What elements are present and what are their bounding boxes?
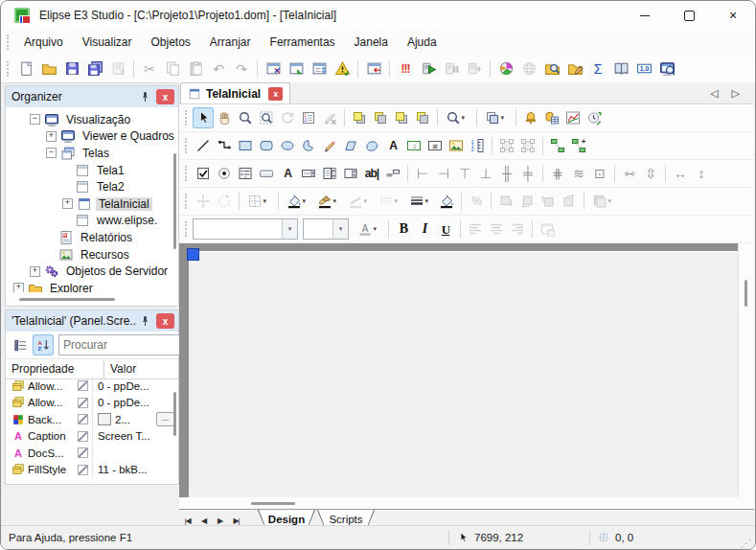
zoom-level-dropdown-arrow[interactable]: ▾ (462, 114, 470, 122)
create-multiple-associations-button[interactable] (568, 135, 589, 156)
domain-options-button[interactable] (494, 57, 517, 80)
menu-arquivo[interactable]: Arquivo (14, 33, 73, 52)
property-value[interactable] (92, 445, 178, 462)
property-row-fillstyle[interactable]: FillStyle11 - bkB... (6, 462, 178, 479)
menu-objetos[interactable]: Objetos (142, 33, 200, 52)
scroll-tabs-right-button[interactable]: ▷ (725, 87, 746, 100)
send-to-back-button[interactable] (370, 107, 391, 128)
picture-tool-button[interactable] (446, 135, 467, 156)
property-value[interactable]: Screen T... (92, 428, 178, 446)
tab-order-button[interactable]: 12 (298, 107, 319, 128)
insert-datetime-button[interactable] (584, 107, 605, 128)
minimize-button[interactable] (623, 1, 667, 30)
bold-button[interactable]: B (393, 218, 414, 240)
bring-to-front-button[interactable] (349, 107, 370, 128)
tree-item-tela2[interactable]: Tela2 (6, 178, 178, 195)
bring-forward-button[interactable] (391, 107, 412, 128)
property-row-docs[interactable]: ADocS... (6, 445, 178, 462)
layers-dropdown-arrow[interactable]: ▾ (501, 114, 509, 122)
tree-item-viewer-e-quadros[interactable]: +Viewer e Quadros (6, 128, 178, 146)
line-style-dropdown-arrow[interactable]: ▾ (395, 197, 402, 205)
rectangle-tool-button[interactable] (235, 135, 256, 156)
properties-close-button[interactable]: x (156, 313, 174, 329)
menu-visualizar[interactable]: Visualizar (73, 33, 142, 52)
line-width-dropdown-arrow[interactable]: ▾ (425, 197, 433, 205)
select-tool-button[interactable] (193, 107, 214, 128)
property-row-back[interactable]: Back...2...... (6, 411, 178, 428)
organize-domain-button[interactable] (563, 57, 586, 80)
line-tool-button[interactable] (193, 135, 214, 156)
tree-item-visualiza-o[interactable]: −Visualização (6, 111, 178, 128)
font-size-select[interactable]: ▾ (303, 218, 349, 240)
expander-plus-icon[interactable]: + (30, 266, 40, 277)
association-icon[interactable] (78, 431, 88, 442)
verify-domain-button[interactable] (331, 57, 354, 80)
send-backward-button[interactable] (412, 107, 433, 128)
column-valor[interactable]: Valor (104, 362, 178, 376)
textedit-control-button[interactable]: ab| (361, 163, 382, 184)
association-icon[interactable] (78, 447, 88, 458)
fill-color-dropdown-arrow[interactable]: ▾ (303, 197, 310, 205)
column-propriedade[interactable]: Propriedade (6, 359, 104, 378)
insert-query-button[interactable] (541, 107, 562, 128)
insert-chart-button[interactable] (562, 107, 584, 128)
font-color-button[interactable]: A▾ (354, 218, 384, 240)
selection-handle[interactable] (187, 248, 199, 261)
organizer-close-button[interactable]: x (156, 89, 174, 104)
tab-telainicial[interactable]: TelaInicial x (180, 82, 290, 103)
combobox-control-button[interactable] (298, 163, 319, 184)
textbox-tool-button[interactable]: al (424, 135, 446, 156)
close-button[interactable]: × (711, 1, 755, 30)
screen-canvas[interactable] (189, 251, 738, 497)
italic-button[interactable]: I (414, 218, 435, 240)
canvas-vertical-scrollbar[interactable] (738, 243, 754, 497)
tree-horizontal-scrollbar[interactable] (19, 298, 115, 301)
scale-tool-button[interactable]: 210 (467, 135, 488, 156)
property-row-caption[interactable]: ACaptionScreen T... (6, 428, 178, 446)
ellipse-tool-button[interactable] (277, 135, 298, 156)
new-button[interactable] (14, 57, 37, 80)
tree-item-telainicial[interactable]: +TelaInicial (6, 195, 178, 213)
tree-vertical-scrollbar[interactable] (173, 153, 176, 249)
expander-plus-icon[interactable]: + (46, 131, 57, 142)
gallery-library-button[interactable] (609, 57, 632, 80)
menu-ajuda[interactable]: Ajuda (398, 33, 447, 52)
polyline-tool-button[interactable] (214, 135, 235, 156)
insert-report-button[interactable] (308, 57, 331, 80)
property-value[interactable]: 0 - ppDe... (92, 378, 178, 395)
freehand-tool-button[interactable] (319, 135, 340, 156)
open-button[interactable] (37, 57, 60, 80)
display-tool-button[interactable]: .2 (403, 135, 424, 156)
fill-effects-button[interactable] (436, 191, 457, 212)
menu-arranjar[interactable]: Arranjar (200, 33, 261, 52)
tree-item-telas[interactable]: −Telas (6, 145, 178, 162)
insert-alarm-button[interactable] (520, 107, 541, 128)
maximize-button[interactable] (667, 1, 711, 30)
sort-alphabetical-button[interactable]: AZ (33, 334, 54, 355)
critical-alarms-button[interactable]: !!! (394, 57, 417, 80)
search-domain-button[interactable] (540, 57, 563, 80)
label-control-button[interactable]: A (277, 163, 298, 184)
rounded-rectangle-tool-button[interactable] (256, 135, 277, 156)
run-application-button[interactable] (417, 57, 440, 80)
pin-icon[interactable] (137, 89, 152, 104)
property-value[interactable]: 11 - bkB... (92, 462, 178, 479)
checkbox-control-button[interactable] (193, 163, 214, 184)
verify-application-button[interactable] (362, 57, 385, 80)
properties-vertical-scrollbar[interactable] (173, 392, 176, 436)
categorized-button[interactable] (10, 334, 31, 355)
default-values-button[interactable]: 1.0 (632, 57, 655, 80)
save-button[interactable] (60, 57, 83, 80)
browse-button[interactable]: ... (156, 412, 174, 426)
underline-button[interactable]: U (435, 218, 456, 240)
polygon-tool-button[interactable] (340, 135, 361, 156)
watch-window-button[interactable] (655, 57, 678, 80)
expander-plus-icon[interactable]: + (13, 283, 24, 292)
expander-plus-icon[interactable]: + (62, 198, 73, 209)
line-color-dropdown-arrow[interactable]: ▾ (364, 197, 372, 205)
insert-object-button[interactable] (262, 57, 285, 80)
create-association-button[interactable] (547, 135, 568, 156)
association-icon[interactable] (78, 380, 88, 391)
menu-ferramentas[interactable]: Ferramentas (261, 33, 345, 52)
pin-icon[interactable] (137, 313, 152, 329)
